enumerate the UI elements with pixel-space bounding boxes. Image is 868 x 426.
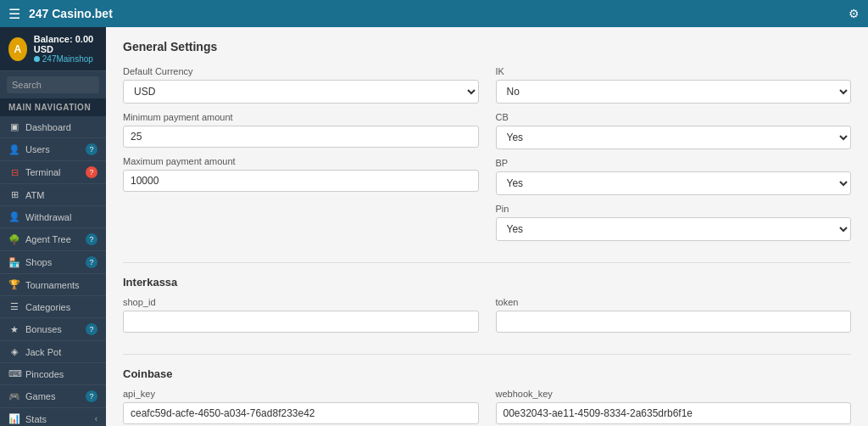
ik-label: IK bbox=[496, 66, 852, 76]
avatar: A bbox=[8, 37, 27, 61]
min-payment-input[interactable] bbox=[123, 126, 479, 148]
api-key-input[interactable] bbox=[123, 402, 479, 424]
default-currency-label: Default Currency bbox=[123, 66, 479, 76]
max-payment-group: Maximum payment amount bbox=[123, 156, 479, 192]
sidebar-item-categories[interactable]: ☰ Categories bbox=[0, 296, 106, 318]
main-content: General Settings Default Currency USD EU… bbox=[106, 27, 868, 426]
sidebar-item-label: Games bbox=[25, 391, 55, 401]
webhook-key-group: webhook_key bbox=[496, 389, 852, 424]
sidebar-item-withdrawal[interactable]: 👤 Withdrawal bbox=[0, 206, 106, 228]
interkassa-title: Interkassa bbox=[123, 276, 851, 289]
sidebar-user-section: A Balance: 0.00 USD 247Mainshop bbox=[0, 27, 106, 71]
min-payment-label: Minimum payment amount bbox=[123, 112, 479, 122]
sidebar-user-row: A Balance: 0.00 USD 247Mainshop bbox=[8, 34, 97, 64]
sidebar-item-bonuses[interactable]: ★ Bonuses ? bbox=[0, 318, 106, 341]
sidebar-item-dashboard[interactable]: ▣ Dashboard bbox=[0, 116, 106, 138]
hamburger-icon[interactable]: ☰ bbox=[8, 6, 20, 22]
sidebar-user-info: Balance: 0.00 USD 247Mainshop bbox=[34, 34, 97, 64]
shops-badge: ? bbox=[86, 256, 97, 268]
sidebar-item-shops[interactable]: 🏪 Shops ? bbox=[0, 251, 106, 274]
shop-id-input[interactable] bbox=[123, 311, 479, 333]
coinbase-grid: api_key webhook_key bbox=[123, 389, 851, 426]
settings-icon[interactable]: ⚙ bbox=[849, 7, 860, 20]
sidebar-item-label: Withdrawal bbox=[25, 212, 71, 222]
sidebar-item-label: Jack Pot bbox=[25, 347, 61, 357]
sidebar-item-stats[interactable]: 📊 Stats ‹ bbox=[0, 408, 106, 426]
terminal-icon: ⊟ bbox=[8, 167, 20, 178]
interkassa-grid: shop_id token bbox=[123, 297, 851, 341]
bonuses-icon: ★ bbox=[8, 324, 20, 335]
stats-chevron-icon: ‹ bbox=[95, 414, 97, 423]
left-col: Default Currency USD EUR GBP BTC Minimum… bbox=[123, 66, 479, 249]
pin-group: Pin Yes No bbox=[496, 204, 852, 241]
ik-group: IK No Yes bbox=[496, 66, 852, 104]
shops-icon: 🏪 bbox=[8, 257, 20, 268]
max-payment-input[interactable] bbox=[123, 170, 479, 192]
games-icon: 🎮 bbox=[8, 391, 20, 402]
app-title: 247 Casino.bet bbox=[29, 7, 113, 20]
sidebar-balance: Balance: 0.00 USD bbox=[34, 34, 97, 54]
sidebar-item-atm[interactable]: ⊞ ATM bbox=[0, 184, 106, 206]
search-input[interactable] bbox=[7, 76, 99, 93]
sidebar-item-label: Dashboard bbox=[25, 122, 71, 132]
sidebar-item-pincodes[interactable]: ⌨ Pincodes bbox=[0, 363, 106, 385]
sidebar-item-tournaments[interactable]: 🏆 Tournaments bbox=[0, 274, 106, 296]
bp-select[interactable]: Yes No bbox=[496, 171, 852, 195]
sidebar: A Balance: 0.00 USD 247Mainshop MAIN NAV… bbox=[0, 27, 106, 426]
stats-icon: 📊 bbox=[8, 413, 20, 424]
sidebar-item-label: Bonuses bbox=[25, 324, 62, 334]
users-badge: ? bbox=[86, 143, 97, 155]
sidebar-item-label: ATM bbox=[25, 190, 44, 200]
shop-id-label: shop_id bbox=[123, 297, 479, 307]
api-key-label: api_key bbox=[123, 389, 479, 399]
default-currency-select[interactable]: USD EUR GBP BTC bbox=[123, 80, 479, 104]
sidebar-item-label: Users bbox=[25, 144, 50, 154]
withdrawal-icon: 👤 bbox=[8, 211, 20, 222]
sidebar-search-section bbox=[0, 71, 106, 98]
pin-select[interactable]: Yes No bbox=[496, 217, 852, 241]
sidebar-item-label: Shops bbox=[25, 257, 52, 267]
nav-title: MAIN NAVIGATION bbox=[0, 98, 106, 116]
tournaments-icon: 🏆 bbox=[8, 279, 20, 290]
ik-select[interactable]: No Yes bbox=[496, 80, 852, 104]
webhook-key-label: webhook_key bbox=[496, 389, 852, 399]
agent-tree-icon: 🌳 bbox=[8, 234, 20, 245]
sidebar-item-games[interactable]: 🎮 Games ? bbox=[0, 385, 106, 408]
topbar-left: ☰ 247 Casino.bet bbox=[8, 6, 113, 22]
token-label: token bbox=[496, 297, 852, 307]
general-settings-title: General Settings bbox=[123, 40, 851, 53]
topbar: ☰ 247 Casino.bet ⚙ bbox=[0, 0, 868, 27]
sidebar-item-label: Stats bbox=[25, 414, 47, 424]
bp-label: BP bbox=[496, 158, 852, 168]
cb-label: CB bbox=[496, 112, 852, 122]
min-payment-group: Minimum payment amount bbox=[123, 112, 479, 148]
pincodes-icon: ⌨ bbox=[8, 368, 20, 379]
jackpot-icon: ◈ bbox=[8, 346, 20, 357]
atm-icon: ⊞ bbox=[8, 189, 20, 200]
token-input[interactable] bbox=[496, 311, 852, 333]
default-currency-group: Default Currency USD EUR GBP BTC bbox=[123, 66, 479, 104]
sidebar-shop: 247Mainshop bbox=[34, 54, 97, 64]
sidebar-item-terminal[interactable]: ⊟ Terminal ? bbox=[0, 161, 106, 184]
sidebar-item-label: Agent Tree bbox=[25, 234, 71, 244]
shop-dot-icon bbox=[34, 56, 40, 62]
sidebar-item-agent-tree[interactable]: 🌳 Agent Tree ? bbox=[0, 228, 106, 251]
cb-select[interactable]: Yes No bbox=[496, 126, 852, 149]
max-payment-label: Maximum payment amount bbox=[123, 156, 479, 166]
users-icon: 👤 bbox=[8, 144, 20, 155]
divider-1 bbox=[123, 262, 851, 263]
dashboard-icon: ▣ bbox=[8, 121, 20, 132]
cb-group: CB Yes No bbox=[496, 112, 852, 149]
categories-icon: ☰ bbox=[8, 301, 20, 312]
sidebar-item-jackpot[interactable]: ◈ Jack Pot bbox=[0, 341, 106, 363]
pin-label: Pin bbox=[496, 204, 852, 214]
sidebar-item-users[interactable]: 👤 Users ? bbox=[0, 138, 106, 161]
sidebar-item-label: Pincodes bbox=[25, 369, 64, 379]
webhook-key-input[interactable] bbox=[496, 402, 852, 424]
coinbase-title: Coinbase bbox=[123, 367, 851, 380]
right-col: IK No Yes CB Yes No BP Yes bbox=[496, 66, 852, 249]
topbar-right: ⚙ bbox=[849, 7, 860, 20]
general-settings-grid: Default Currency USD EUR GBP BTC Minimum… bbox=[123, 66, 851, 249]
token-group: token bbox=[496, 297, 852, 333]
sidebar-item-label: Terminal bbox=[25, 167, 61, 177]
